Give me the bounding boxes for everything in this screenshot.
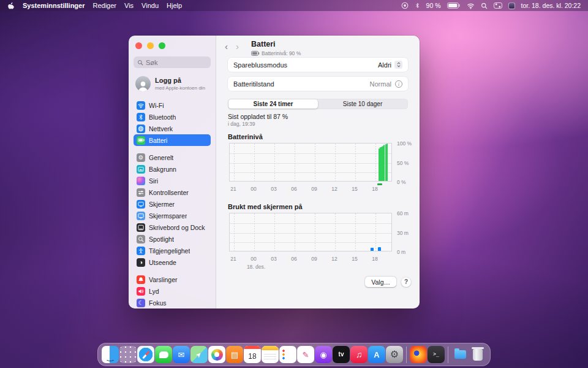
search-input[interactable]: Søk [134, 56, 211, 68]
sidebar-item-nettverk[interactable]: Nettverk [134, 123, 211, 134]
options-button[interactable]: Valg… [365, 277, 396, 287]
sidebar-item-generelt[interactable]: ⚙Generelt [134, 151, 211, 163]
sidebar-item-label: Kontrollsenter [149, 189, 189, 196]
segment-last-10-days[interactable]: Siste 10 dager [318, 99, 407, 109]
dock-tv-icon[interactable]: tv [333, 346, 350, 363]
sidebar-item-skrivebord-og-dock[interactable]: Skrivebord og Dock [134, 221, 211, 233]
dock-messages-icon[interactable] [155, 346, 172, 363]
back-button[interactable]: ‹ [225, 41, 228, 52]
dock-trash-icon[interactable] [469, 346, 486, 363]
nav-chevrons: ‹ › [225, 41, 239, 52]
sidebar-item-siri[interactable]: Siri [134, 175, 211, 186]
sidebar-item-label: Skjermsparer [149, 212, 187, 220]
toggles-icon [137, 188, 145, 197]
chart-bar [386, 144, 388, 181]
sign-in-row[interactable]: Logg på med Apple-kontoen din [135, 76, 211, 91]
dock-firefox-icon[interactable] [410, 346, 427, 363]
dock-terminal-icon[interactable]: >_ [428, 346, 445, 363]
sidebar-item-utseende[interactable]: ◑Utseende [134, 256, 211, 268]
last-charged-text: Sist oppladet til 87 % [228, 113, 288, 120]
dock: ‿✉➤▤18✎◉tv♫A⚙>_ [97, 343, 491, 366]
x-axis-label: 18 [372, 256, 377, 262]
dock-podcasts-icon[interactable]: ◉ [315, 346, 332, 363]
dock-calendar-icon[interactable]: 18 [244, 346, 261, 363]
sidebar-item-batteri[interactable]: Batteri [134, 134, 211, 146]
sidebar-item-fokus[interactable]: ☾Fokus [134, 297, 211, 309]
dock-photos-icon[interactable] [208, 346, 225, 363]
battery-level-chart-title: Batterinivå [228, 133, 420, 143]
dock-reminders-icon[interactable] [279, 346, 296, 363]
menu-extra-icon[interactable] [508, 2, 515, 9]
gridline [254, 213, 255, 251]
dock-music-icon[interactable]: ♫ [350, 346, 368, 363]
profile-name: Logg på [155, 77, 205, 85]
battery-icon [251, 51, 260, 56]
dock-safari-icon[interactable] [137, 346, 154, 363]
close-button[interactable] [135, 42, 142, 49]
x-axis-label: 03 [271, 186, 276, 192]
apple-menu-icon[interactable] [7, 2, 15, 10]
forward-button[interactable]: › [236, 41, 239, 52]
info-icon[interactable]: i [395, 80, 402, 88]
dock-freeform-icon[interactable]: ✎ [297, 346, 314, 363]
dock-appstore-icon[interactable]: A [368, 346, 385, 363]
chart-bar [371, 248, 374, 251]
y-axis-label: 30 m [397, 230, 409, 236]
sidebar-group: Wi-FiBluetoothNettverkBatteri [134, 99, 211, 146]
dock-settings-icon[interactable]: ⚙ [386, 346, 403, 363]
accessibility-icon [137, 247, 145, 255]
bluetooth-icon[interactable] [415, 2, 420, 9]
globe-icon [137, 125, 145, 133]
dock-launchpad-icon[interactable] [119, 346, 137, 363]
dock-maps-icon[interactable]: ➤ [190, 346, 208, 363]
sidebar-item-tilgjengelighet[interactable]: Tilgjengelighet [134, 245, 211, 256]
menu-rediger[interactable]: Rediger [92, 2, 116, 9]
segment-last-24-hours[interactable]: Siste 24 timer [228, 99, 318, 109]
sidebar-item-bluetooth[interactable]: Bluetooth [134, 111, 211, 123]
menu-bar: Systeminnstillinger RedigerVisVinduHjelp… [0, 0, 588, 11]
wifi-icon [137, 101, 145, 110]
chart-bar [378, 247, 381, 251]
low-power-mode-row: Spareblussmodus Aldri [228, 58, 408, 72]
help-button[interactable]: ? [401, 277, 411, 287]
siri-icon[interactable] [401, 2, 409, 9]
sidebar-item-varslinger[interactable]: Varslinger [134, 274, 211, 285]
sidebar-item-kontrollsenter[interactable]: Kontrollsenter [134, 186, 211, 198]
dock-folder-icon[interactable] [451, 346, 469, 363]
x-axis-label: 21 [230, 186, 236, 192]
battery-status-icon[interactable] [447, 2, 461, 9]
gear-icon: ⚙ [137, 153, 145, 162]
battery-level-subtitle: Batterinivå: 90 % [251, 50, 301, 56]
menu-hjelp[interactable]: Hjelp [167, 2, 182, 9]
menubar-status-area: 90 % tor. 18. des. kl. 20:22 [401, 2, 581, 9]
gridline [355, 213, 356, 251]
sidebar-item-skjermsparer[interactable]: Skjermsparer [134, 210, 211, 221]
dock-finder-icon[interactable]: ‿ [102, 346, 119, 363]
y-axis-label: 50 % [397, 160, 409, 166]
bell-icon [137, 275, 145, 284]
sidebar-item-label: Utseende [149, 259, 176, 266]
sidebar-item-lyd[interactable]: Lyd [134, 285, 211, 297]
minimize-button[interactable] [147, 42, 154, 49]
low-power-mode-label: Spareblussmodus [233, 61, 378, 69]
chart-plot [229, 213, 392, 251]
gridline [375, 213, 376, 251]
sidebar-item-spotlight[interactable]: Spotlight [134, 233, 211, 245]
dock-mail-icon[interactable]: ✉ [173, 346, 190, 363]
settings-sidebar: Søk Logg på med Apple-kontoen din Wi-FiB… [129, 36, 216, 309]
dock-books-icon[interactable]: ▤ [226, 346, 243, 363]
low-power-mode-dropdown[interactable] [394, 61, 402, 69]
menubar-clock[interactable]: tor. 18. des. kl. 20:22 [521, 2, 581, 9]
wifi-icon[interactable] [467, 2, 475, 9]
search-icon[interactable] [481, 2, 488, 9]
zoom-button[interactable] [159, 42, 165, 49]
menu-vindu[interactable]: Vindu [141, 2, 159, 9]
sidebar-item-bakgrunn[interactable]: Bakgrunn [134, 163, 211, 175]
dock-notes-icon[interactable] [262, 346, 279, 363]
sidebar-item-wifi[interactable]: Wi-Fi [134, 99, 211, 111]
x-axis-label: 18 [372, 186, 377, 192]
control-center-icon[interactable] [494, 2, 502, 9]
menubar-app-name[interactable]: Systeminnstillinger [23, 2, 85, 9]
sidebar-item-skjermer[interactable]: Skjermer [134, 198, 211, 210]
menu-vis[interactable]: Vis [124, 2, 134, 9]
